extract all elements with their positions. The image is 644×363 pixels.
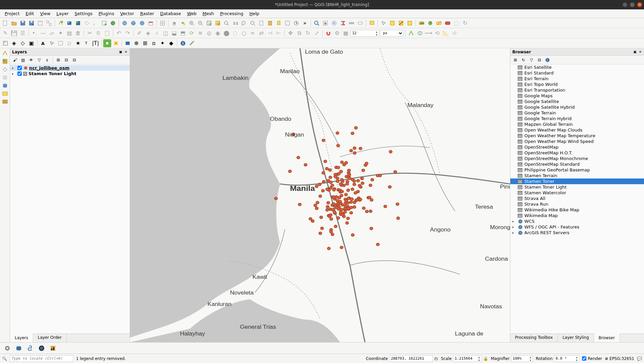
poi-marker[interactable]: [329, 213, 332, 216]
poi-marker[interactable]: [348, 177, 351, 180]
poi-marker[interactable]: [329, 176, 332, 179]
snapping-enable-button[interactable]: [324, 29, 332, 37]
poi-marker[interactable]: [309, 217, 312, 220]
poi-marker[interactable]: [345, 183, 349, 186]
layer-filter-button[interactable]: ▽: [36, 56, 43, 64]
poi-marker[interactable]: [362, 207, 366, 210]
poi-marker[interactable]: [347, 197, 350, 200]
poi-marker[interactable]: [348, 173, 351, 176]
menu-web[interactable]: Web: [184, 10, 199, 17]
zoom-out-button[interactable]: [196, 19, 204, 27]
add-vector-sidebar-button[interactable]: [1, 50, 9, 57]
browser-item-strava-run[interactable]: Strava Run: [510, 201, 644, 207]
browser-item-esri-satellite[interactable]: Esri Satellite: [510, 64, 644, 70]
add-mesh-sidebar-button[interactable]: [1, 66, 9, 73]
poi-marker[interactable]: [345, 221, 349, 224]
layer-add-group-button[interactable]: ▤: [19, 56, 27, 64]
poi-marker[interactable]: [314, 204, 317, 207]
layer-expand-all-button[interactable]: ⊞: [55, 56, 62, 64]
browser-item-philippine-geoportal-basemap[interactable]: Philippine GeoPortal Basemap: [510, 167, 644, 173]
browser-filter-button[interactable]: ▽: [528, 56, 535, 64]
new-vector-layer-button[interactable]: [57, 19, 65, 27]
layer-visibility-button[interactable]: 👁: [27, 56, 35, 64]
layer-expression-button[interactable]: ε: [44, 56, 51, 64]
browser-item-wcs[interactable]: ▸WCS: [510, 218, 644, 224]
temporal-controller-button[interactable]: [147, 19, 155, 27]
poi-marker[interactable]: [338, 200, 342, 203]
snap-tolerance-spinbox[interactable]: ▲▼: [350, 30, 379, 37]
poi-marker[interactable]: [396, 203, 399, 206]
poi-marker[interactable]: [376, 174, 379, 177]
poi-marker[interactable]: [376, 243, 380, 246]
poi-marker[interactable]: [329, 230, 333, 233]
add-mesh-layer-button[interactable]: [83, 19, 91, 27]
poi-marker[interactable]: [346, 189, 350, 192]
menu-edit[interactable]: Edit: [23, 10, 37, 17]
quickosm-button[interactable]: [103, 39, 111, 47]
show-bookmarks-button[interactable]: [266, 19, 274, 27]
plugin-1-button[interactable]: [124, 39, 132, 47]
browser-close-button[interactable]: ✕: [638, 50, 643, 54]
poi-marker[interactable]: [371, 178, 374, 182]
save-project-button[interactable]: [19, 19, 27, 27]
poi-marker[interactable]: [334, 175, 337, 178]
osm-download-button[interactable]: [112, 39, 120, 47]
poi-marker[interactable]: [339, 183, 342, 186]
new-map-view-button[interactable]: [121, 19, 129, 27]
poi-marker[interactable]: [368, 196, 371, 199]
browser-item-stamen-terrain[interactable]: Stamen Terrain: [510, 173, 644, 178]
poi-marker[interactable]: [326, 188, 329, 191]
scale-spinbox[interactable]: ▲▼: [453, 355, 482, 362]
poi-marker[interactable]: [327, 201, 330, 204]
crs-label[interactable]: EPSG:32651: [609, 356, 634, 361]
browser-tree[interactable]: Esri SatelliteEsri StandardEsri TerrainE…: [510, 64, 644, 333]
poi-marker[interactable]: [359, 147, 362, 150]
menu-raster[interactable]: Raster: [137, 10, 157, 17]
poi-marker[interactable]: [315, 207, 319, 210]
identify-button[interactable]: [313, 19, 321, 27]
poi-marker[interactable]: [340, 194, 343, 197]
poi-marker[interactable]: [337, 166, 340, 169]
browser-properties-button[interactable]: i: [544, 56, 551, 64]
layer-collapse-all-button[interactable]: ⊟: [63, 56, 70, 64]
expand-icon[interactable]: ▸: [512, 219, 516, 223]
expand-icon[interactable]: ▸: [512, 231, 516, 235]
expand-icon[interactable]: ▸: [12, 66, 16, 70]
poi-marker[interactable]: [333, 211, 336, 214]
scale-input[interactable]: [453, 356, 477, 361]
toolbox-button[interactable]: [330, 19, 338, 27]
new-shapefile-button[interactable]: ◈: [10, 39, 18, 47]
add-spatialite-sidebar-button[interactable]: [1, 82, 9, 89]
browser-item-openstreetmap[interactable]: OpenStreetMap: [510, 144, 644, 150]
map-tips-button[interactable]: [356, 19, 364, 27]
menu-mesh[interactable]: Mesh: [200, 10, 217, 17]
add-csv-sidebar-button[interactable]: [1, 74, 9, 81]
poi-marker[interactable]: [369, 210, 372, 213]
polygon-select-button[interactable]: [65, 39, 73, 47]
poi-marker[interactable]: [327, 247, 331, 250]
pan-to-selection-button[interactable]: [179, 19, 187, 27]
poi-marker[interactable]: [353, 183, 356, 186]
add-text-button[interactable]: T: [83, 39, 91, 47]
browser-item-stamen-watercolor[interactable]: Stamen Watercolor: [510, 190, 644, 196]
menu-plugins[interactable]: Plugins: [96, 10, 117, 17]
poi-marker[interactable]: [351, 132, 354, 135]
freehand-select-button[interactable]: ★: [74, 39, 82, 47]
coordinate-input[interactable]: [389, 355, 433, 362]
toggle-label-button[interactable]: [435, 19, 443, 27]
close-button[interactable]: ✕: [637, 2, 642, 7]
poi-marker[interactable]: [340, 161, 344, 164]
pan-tool-button[interactable]: [170, 19, 178, 27]
poi-marker[interactable]: [346, 217, 350, 220]
data-source-manager-button[interactable]: [1, 39, 9, 47]
poi-marker[interactable]: [353, 152, 357, 155]
browser-item-wfs-ogc-api-features[interactable]: ▸WFS / OGC API - Features: [510, 224, 644, 230]
layer-visibility-checkbox[interactable]: [17, 71, 22, 76]
add-virtual-layer-button[interactable]: [100, 19, 108, 27]
poi-marker[interactable]: [355, 198, 359, 201]
browser-item-arcgis-rest-servers[interactable]: ▸ArcGIS REST Servers: [510, 230, 644, 236]
browser-item-esri-transportation[interactable]: Esri Transportation: [510, 87, 644, 93]
plugin-6-button[interactable]: ◆: [167, 39, 175, 47]
poi-marker[interactable]: [274, 197, 278, 200]
print-layout-button[interactable]: [36, 19, 44, 27]
